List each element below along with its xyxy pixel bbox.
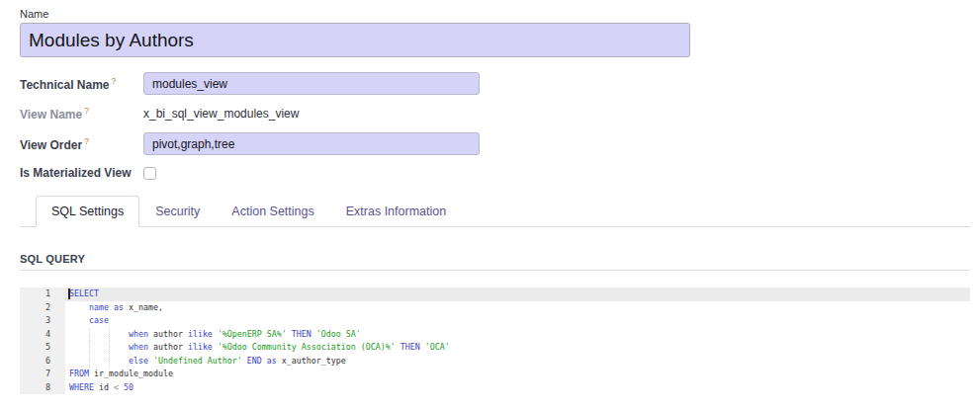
bi-sql-view-form: Name Technical Name? View Name? x_bi_sql… — [0, 0, 980, 410]
text-cursor — [68, 288, 70, 299]
view-order-label: View Order? — [20, 136, 143, 152]
view-order-label-text: View Order — [20, 138, 82, 152]
technical-name-input[interactable] — [143, 72, 480, 95]
code-line-content: WHERE id < 50 — [65, 381, 970, 395]
view-name-label: View Name? — [20, 106, 143, 122]
line-number: 8 — [20, 381, 65, 395]
section-divider — [20, 270, 970, 271]
code-line[interactable]: 1SELECT — [20, 287, 970, 301]
is-materialized-view-label-text: Is Materialized View — [20, 166, 132, 180]
view-name-value: x_bi_sql_view_modules_view — [143, 107, 299, 121]
line-number: 6 — [20, 355, 65, 369]
view-order-input[interactable] — [143, 132, 480, 155]
code-line-content: when author ilike '%OpenERP SA%' THEN 'O… — [65, 328, 970, 342]
code-line[interactable]: 3 case — [20, 314, 970, 328]
sql-query-editor[interactable]: 1SELECT2 name as x_name,3 case4 when aut… — [20, 287, 970, 394]
code-line[interactable]: 5 when author ilike '%Odoo Community Ass… — [20, 341, 970, 355]
materialized-view-checkbox[interactable] — [143, 167, 156, 180]
code-line-content: when author ilike '%Odoo Community Assoc… — [65, 341, 970, 355]
code-line-content: else 'Undefined Author' END as x_author_… — [65, 355, 970, 369]
sql-query-section: SQL QUERY 1SELECT2 name as x_name,3 case… — [20, 253, 970, 394]
code-line[interactable]: 6 else 'Undefined Author' END as x_autho… — [20, 355, 970, 369]
field-row-technical-name: Technical Name? — [20, 72, 970, 95]
line-number: 4 — [20, 328, 65, 342]
name-input[interactable] — [20, 23, 690, 57]
technical-name-label: Technical Name? — [20, 76, 143, 92]
field-group: Technical Name? View Name? x_bi_sql_view… — [20, 72, 970, 180]
help-icon[interactable]: ? — [84, 136, 89, 146]
tab-sql-settings[interactable]: SQL Settings — [36, 196, 139, 227]
notebook-tab-bar: SQL Settings Security Action Settings Ex… — [20, 196, 970, 227]
is-materialized-view-label: Is Materialized View — [20, 166, 143, 180]
technical-name-label-text: Technical Name — [20, 78, 109, 92]
code-line[interactable]: 4 when author ilike '%OpenERP SA%' THEN … — [20, 328, 970, 342]
tab-extras-information[interactable]: Extras Information — [330, 196, 462, 227]
field-row-view-order: View Order? — [20, 132, 970, 155]
field-row-materialized: Is Materialized View — [20, 166, 970, 180]
view-name-label-text: View Name — [20, 108, 82, 122]
help-icon[interactable]: ? — [84, 106, 89, 116]
line-number: 3 — [20, 314, 65, 328]
code-line-content: case — [65, 314, 970, 328]
code-line-content: FROM ir_module_module — [65, 368, 970, 381]
code-line-content: SELECT — [65, 287, 970, 301]
line-number: 5 — [20, 341, 65, 355]
line-number: 7 — [20, 368, 65, 381]
name-field-label: Name — [20, 8, 970, 20]
code-line[interactable]: 2 name as x_name, — [20, 301, 970, 315]
code-line[interactable]: 7FROM ir_module_module — [20, 368, 970, 381]
line-number: 1 — [20, 287, 65, 301]
code-line[interactable]: 8WHERE id < 50 — [20, 381, 970, 395]
field-row-view-name: View Name? x_bi_sql_view_modules_view — [20, 106, 970, 122]
form-content: Name Technical Name? View Name? x_bi_sql… — [0, 0, 980, 394]
tab-action-settings[interactable]: Action Settings — [216, 196, 329, 227]
code-line-content: name as x_name, — [65, 301, 970, 315]
tab-security[interactable]: Security — [139, 196, 216, 227]
help-icon[interactable]: ? — [111, 76, 116, 86]
line-number: 2 — [20, 301, 65, 315]
sql-query-heading: SQL QUERY — [20, 253, 970, 265]
